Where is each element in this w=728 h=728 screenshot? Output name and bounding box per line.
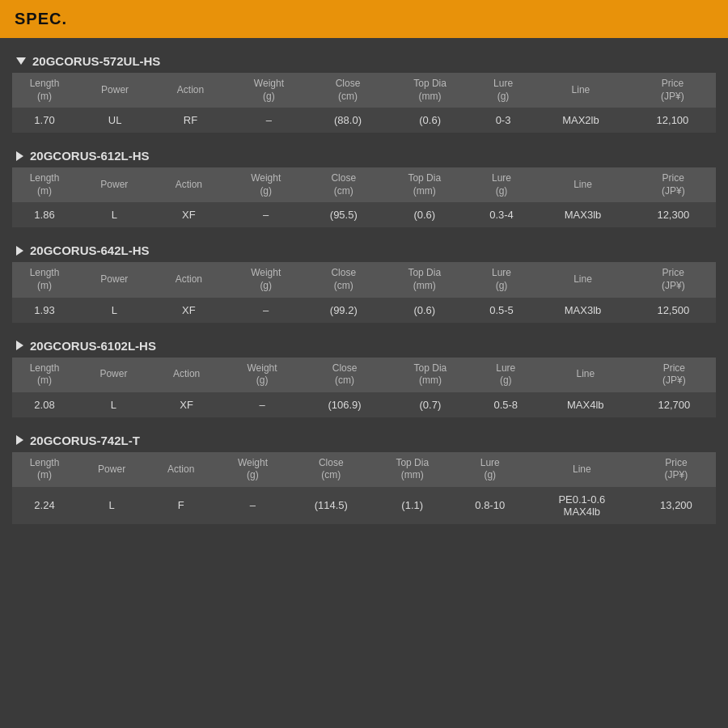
col-header-4: Close(cm) <box>302 358 387 392</box>
model-label-2: 20GCORUS-612L-HS <box>30 149 150 163</box>
cell-0-2: XF <box>152 298 226 323</box>
rod-title-1: 20GCORUS-572UL-HS <box>12 46 716 73</box>
spec-table-2: Length(m)PowerActionWeight(g)Close(cm)To… <box>12 167 716 227</box>
table-row: 1.93LXF–(99.2)(0.6)0.5-5MAX3lb12,500 <box>12 298 716 323</box>
cell-0-7: MAX3lb <box>535 202 631 227</box>
col-header-7: Line <box>539 358 633 392</box>
cell-0-3: – <box>228 108 310 133</box>
col-header-7: Line <box>532 73 629 108</box>
col-header-1: Power <box>77 358 150 392</box>
col-header-1: Power <box>77 73 153 108</box>
spec-container: 20GCORUS-572UL-HSLength(m)PowerActionWei… <box>0 38 728 548</box>
cell-0-5: (0.7) <box>387 392 472 417</box>
cell-0-8: 12,500 <box>631 298 716 323</box>
table-row: 2.24LF–(114.5)(1.1)0.8-10PE0.1-0.6MAX4lb… <box>12 487 716 524</box>
triangle-right-icon[interactable] <box>16 246 23 256</box>
cell-0-8: 12,300 <box>631 202 716 227</box>
cell-0-6: 0-3 <box>474 108 532 133</box>
cell-0-4: (88.0) <box>310 108 386 133</box>
cell-0-6: 0.5-5 <box>468 298 535 323</box>
cell-0-1: L <box>77 202 152 227</box>
col-header-4: Close(cm) <box>307 262 382 297</box>
col-header-7: Line <box>535 167 631 202</box>
col-header-8: Price(JP¥) <box>637 452 716 487</box>
spec-page: SPEC. 20GCORUS-572UL-HSLength(m)PowerAct… <box>0 0 728 548</box>
rod-section-5: 20GCORUS-742L-TLength(m)PowerActionWeigh… <box>12 425 716 524</box>
cell-0-3: – <box>226 298 307 323</box>
cell-0-0: 1.93 <box>12 298 77 323</box>
col-header-3: Weight(g) <box>228 73 310 108</box>
rod-section-1: 20GCORUS-572UL-HSLength(m)PowerActionWei… <box>12 46 716 133</box>
col-header-2: Action <box>150 358 222 392</box>
cell-0-3: – <box>222 392 302 417</box>
cell-0-4: (114.5) <box>290 487 372 524</box>
cell-0-3: – <box>226 202 307 227</box>
rod-title-3: 20GCORUS-642L-HS <box>12 235 716 262</box>
col-header-6: Lure(g) <box>468 167 535 202</box>
col-header-2: Action <box>152 167 226 202</box>
col-header-5: Top Dia(mm) <box>386 73 474 108</box>
triangle-down-icon[interactable] <box>16 57 26 65</box>
col-header-2: Action <box>146 452 215 487</box>
rod-title-5: 20GCORUS-742L-T <box>12 425 716 452</box>
col-header-5: Top Dia(mm) <box>381 262 468 297</box>
table-row: 2.08LXF–(106.9)(0.7)0.5-8MAX4lb12,700 <box>12 392 716 417</box>
col-header-3: Weight(g) <box>215 452 290 487</box>
cell-0-0: 1.70 <box>12 108 77 133</box>
cell-0-6: 0.8-10 <box>453 487 527 524</box>
col-header-1: Power <box>77 167 152 202</box>
model-label-4: 20GCORUS-6102L-HS <box>30 339 156 353</box>
col-header-1: Power <box>77 452 146 487</box>
col-header-3: Weight(g) <box>226 262 307 297</box>
col-header-0: Length(m) <box>12 358 77 392</box>
table-row: 1.86LXF–(95.5)(0.6)0.3-4MAX3lb12,300 <box>12 202 716 227</box>
spec-table-4: Length(m)PowerActionWeight(g)Close(cm)To… <box>12 358 716 417</box>
cell-0-8: 13,200 <box>637 487 716 524</box>
cell-0-2: F <box>146 487 215 524</box>
col-header-4: Close(cm) <box>310 73 386 108</box>
cell-0-4: (99.2) <box>307 298 382 323</box>
col-header-2: Action <box>153 73 228 108</box>
triangle-right-icon[interactable] <box>16 435 23 445</box>
col-header-5: Top Dia(mm) <box>372 452 453 487</box>
cell-0-0: 2.24 <box>12 487 77 524</box>
spec-title: SPEC. <box>0 0 728 38</box>
cell-0-5: (1.1) <box>372 487 453 524</box>
col-header-6: Lure(g) <box>453 452 527 487</box>
col-header-2: Action <box>152 262 226 297</box>
col-header-4: Close(cm) <box>307 167 382 202</box>
cell-0-4: (95.5) <box>307 202 382 227</box>
col-header-0: Length(m) <box>12 452 77 487</box>
cell-0-5: (0.6) <box>381 298 468 323</box>
cell-0-0: 1.86 <box>12 202 77 227</box>
cell-0-1: L <box>77 487 146 524</box>
col-header-0: Length(m) <box>12 167 77 202</box>
cell-0-7: MAX3lb <box>535 298 631 323</box>
col-header-8: Price(JP¥) <box>631 262 716 297</box>
model-label-1: 20GCORUS-572UL-HS <box>32 54 160 68</box>
cell-0-2: XF <box>152 202 226 227</box>
cell-0-6: 0.3-4 <box>468 202 535 227</box>
col-header-8: Price(JP¥) <box>633 358 716 392</box>
spec-table-3: Length(m)PowerActionWeight(g)Close(cm)To… <box>12 262 716 322</box>
cell-0-5: (0.6) <box>386 108 474 133</box>
col-header-4: Close(cm) <box>290 452 372 487</box>
cell-0-1: L <box>77 298 152 323</box>
cell-0-7: MAX4lb <box>539 392 633 417</box>
cell-0-2: XF <box>150 392 222 417</box>
col-header-6: Lure(g) <box>468 262 535 297</box>
cell-0-8: 12,700 <box>633 392 716 417</box>
cell-0-1: UL <box>77 108 153 133</box>
triangle-right-icon[interactable] <box>16 151 23 161</box>
cell-0-6: 0.5-8 <box>473 392 539 417</box>
col-header-8: Price(JP¥) <box>631 167 716 202</box>
col-header-6: Lure(g) <box>473 358 539 392</box>
rod-section-2: 20GCORUS-612L-HSLength(m)PowerActionWeig… <box>12 141 716 227</box>
spec-table-1: Length(m)PowerActionWeight(g)Close(cm)To… <box>12 73 716 133</box>
rod-title-2: 20GCORUS-612L-HS <box>12 141 716 167</box>
col-header-6: Lure(g) <box>474 73 532 108</box>
rod-section-4: 20GCORUS-6102L-HSLength(m)PowerActionWei… <box>12 331 716 417</box>
col-header-3: Weight(g) <box>222 358 302 392</box>
cell-0-7: PE0.1-0.6MAX4lb <box>527 487 637 524</box>
triangle-right-icon[interactable] <box>16 341 23 350</box>
